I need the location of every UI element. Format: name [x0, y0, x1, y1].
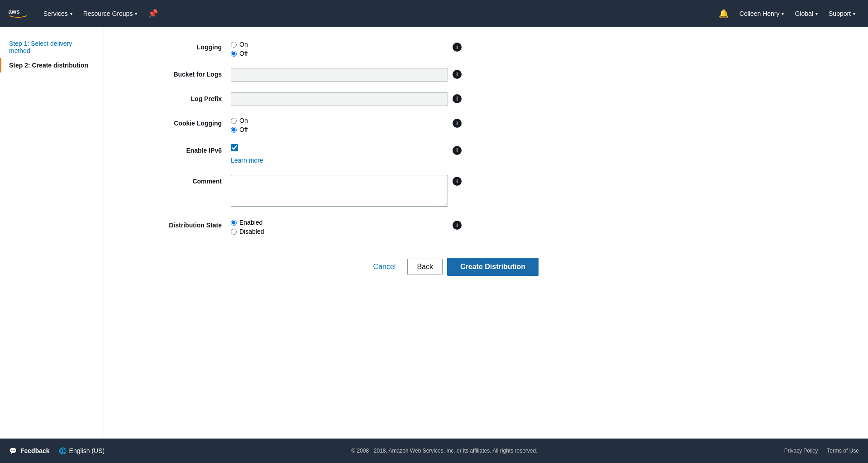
enable-ipv6-checkbox[interactable]	[231, 144, 238, 151]
log-prefix-control	[231, 92, 448, 106]
support-chevron-icon: ▾	[853, 11, 855, 16]
create-distribution-button[interactable]: Create Distribution	[447, 258, 539, 276]
log-prefix-input[interactable]	[231, 92, 448, 106]
user-chevron-icon: ▾	[782, 11, 784, 16]
cookie-logging-on-option[interactable]: On	[231, 117, 448, 124]
logging-control: On Off	[231, 41, 448, 57]
terms-of-use-link[interactable]: Terms of Use	[827, 448, 859, 454]
logging-info: i	[448, 41, 466, 52]
resource-groups-menu[interactable]: Resource Groups ▾	[78, 0, 143, 27]
cookie-logging-radio-group: On Off	[231, 117, 448, 133]
logging-on-radio[interactable]	[231, 42, 237, 48]
cancel-button[interactable]: Cancel	[366, 259, 403, 275]
copyright-text: © 2008 - 2018, Amazon Web Services, Inc.…	[105, 448, 784, 454]
cookie-logging-off-radio[interactable]	[231, 127, 237, 133]
enable-ipv6-checkbox-item[interactable]	[231, 144, 448, 151]
logging-on-option[interactable]: On	[231, 41, 448, 48]
comment-label: Comment	[131, 175, 231, 185]
region-menu[interactable]: Global ▾	[789, 10, 823, 17]
logging-label: Logging	[131, 41, 231, 51]
enable-ipv6-control: Learn more	[231, 144, 448, 164]
distribution-disabled-option[interactable]: Disabled	[231, 228, 448, 235]
bucket-logs-row: Bucket for Logs i	[131, 68, 539, 82]
back-button[interactable]: Back	[407, 259, 443, 275]
region-chevron-icon: ▾	[816, 11, 818, 16]
user-menu[interactable]: Colleen Henry ▾	[734, 10, 790, 17]
main-layout: Step 1: Select delivery method Step 2: C…	[0, 27, 868, 439]
bucket-logs-label: Bucket for Logs	[131, 68, 231, 78]
footer: 💬 Feedback 🌐 English (US) © 2008 - 2018,…	[0, 439, 868, 463]
chat-icon: 💬	[9, 447, 17, 454]
aws-logo[interactable]: aws	[7, 7, 29, 20]
logging-off-radio[interactable]	[231, 51, 237, 57]
cookie-logging-row: Cookie Logging On Off	[131, 117, 539, 133]
comment-control	[231, 175, 448, 208]
feedback-button[interactable]: 💬 Feedback	[9, 447, 50, 454]
distribution-enabled-radio[interactable]	[231, 220, 237, 226]
log-prefix-label: Log Prefix	[131, 92, 231, 102]
distribution-state-info-icon[interactable]: i	[453, 221, 462, 230]
cookie-logging-off-option[interactable]: Off	[231, 126, 448, 133]
bucket-logs-control	[231, 68, 448, 82]
bucket-logs-input[interactable]	[231, 68, 448, 82]
content-area: Logging On Off i	[104, 27, 868, 439]
cookie-logging-info-icon[interactable]: i	[453, 119, 462, 128]
distribution-state-control: Enabled Disabled	[231, 219, 448, 235]
bucket-logs-info-icon[interactable]: i	[453, 70, 462, 79]
distribution-enabled-option[interactable]: Enabled	[231, 219, 448, 226]
enable-ipv6-row: Enable IPv6 Learn more i	[131, 144, 539, 164]
comment-row: Comment i	[131, 175, 539, 208]
services-menu[interactable]: Services ▾	[38, 0, 78, 27]
logging-row: Logging On Off i	[131, 41, 539, 57]
services-chevron-icon: ▾	[70, 11, 72, 16]
top-navigation: aws Services ▾ Resource Groups ▾ 📌 🔔 Col…	[0, 0, 868, 27]
resource-groups-chevron-icon: ▾	[135, 11, 137, 16]
language-selector[interactable]: 🌐 English (US)	[59, 447, 105, 454]
distribution-state-radio-group: Enabled Disabled	[231, 219, 448, 235]
learn-more-link[interactable]: Learn more	[231, 157, 448, 164]
log-prefix-row: Log Prefix i	[131, 92, 539, 106]
distribution-form: Logging On Off i	[131, 41, 539, 276]
comment-info-icon[interactable]: i	[453, 177, 462, 186]
globe-icon: 🌐	[59, 447, 67, 454]
enable-ipv6-label: Enable IPv6	[131, 144, 231, 154]
log-prefix-info-icon[interactable]: i	[453, 94, 462, 103]
comment-textarea[interactable]	[231, 175, 448, 207]
sidebar: Step 1: Select delivery method Step 2: C…	[0, 27, 104, 439]
logging-off-option[interactable]: Off	[231, 50, 448, 57]
distribution-state-label: Distribution State	[131, 219, 231, 229]
enable-ipv6-info-icon[interactable]: i	[453, 146, 462, 155]
notifications-bell-icon[interactable]: 🔔	[713, 9, 734, 19]
distribution-state-row: Distribution State Enabled Disabled	[131, 219, 539, 235]
cookie-logging-on-radio[interactable]	[231, 118, 237, 124]
logging-info-icon[interactable]: i	[453, 43, 462, 52]
cookie-logging-control: On Off	[231, 117, 448, 133]
nav-right-section: 🔔 Colleen Henry ▾ Global ▾ Support ▾	[713, 9, 861, 19]
support-menu[interactable]: Support ▾	[823, 10, 861, 17]
action-buttons-row: Cancel Back Create Distribution	[131, 249, 539, 276]
distribution-disabled-radio[interactable]	[231, 229, 237, 235]
svg-text:aws: aws	[8, 8, 19, 15]
footer-links: Privacy Policy Terms of Use	[784, 448, 859, 454]
privacy-policy-link[interactable]: Privacy Policy	[784, 448, 818, 454]
pin-icon[interactable]: 📌	[143, 0, 163, 27]
sidebar-item-step1[interactable]: Step 1: Select delivery method	[0, 36, 104, 58]
logging-radio-group: On Off	[231, 41, 448, 57]
cookie-logging-label: Cookie Logging	[131, 117, 231, 127]
sidebar-item-step2: Step 2: Create distribution	[0, 58, 104, 72]
